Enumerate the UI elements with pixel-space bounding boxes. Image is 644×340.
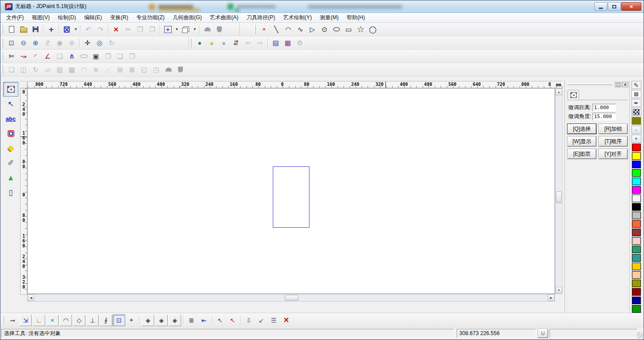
align-center-button[interactable]: ⊞ bbox=[114, 64, 126, 76]
select-list-button[interactable]: ☰ bbox=[267, 314, 280, 326]
pick-cancel-button[interactable]: ↖ bbox=[226, 314, 239, 326]
snap-arc-button[interactable]: ◠ bbox=[59, 314, 72, 326]
color-swatch-gray[interactable] bbox=[632, 212, 641, 219]
close-button[interactable]: × bbox=[621, 2, 641, 11]
toolbar-grip[interactable] bbox=[3, 316, 4, 325]
snap-perpendicular-button[interactable]: ⊥ bbox=[86, 314, 99, 326]
snap-plane-yz-button[interactable]: ◈ bbox=[169, 314, 181, 326]
fit-arc-button[interactable]: ◠ bbox=[78, 64, 90, 76]
toolbar-grip[interactable] bbox=[2, 38, 3, 47]
layer-manager-button[interactable]: ▤ bbox=[270, 37, 282, 49]
surface-dome2-button[interactable] bbox=[162, 64, 174, 76]
zoom-selection-button[interactable]: ⊚ bbox=[66, 37, 78, 49]
menu-transform[interactable]: 变换(R) bbox=[106, 13, 132, 23]
color-swatch-yellow[interactable] bbox=[632, 152, 641, 160]
copy-offset-single-button[interactable]: ❑ bbox=[114, 51, 126, 62]
menu-draw[interactable]: 绘制(D) bbox=[54, 13, 80, 23]
align-view-button[interactable]: ⇤ bbox=[198, 314, 210, 326]
unit-toggle-button[interactable]: U bbox=[538, 329, 548, 338]
select-tool[interactable] bbox=[3, 82, 18, 97]
refresh-button[interactable]: ↻ bbox=[106, 37, 118, 49]
color-swatch-peach[interactable] bbox=[632, 271, 641, 279]
color-swatch-blue[interactable] bbox=[632, 161, 641, 168]
toolbar-grip[interactable] bbox=[190, 38, 191, 47]
scroll-left-button[interactable]: ◀ bbox=[28, 294, 34, 301]
menu-professional[interactable]: 专业功能(Z) bbox=[132, 13, 169, 23]
zoom-in-button[interactable]: ⊕ bbox=[30, 37, 42, 49]
palette-scroll-down[interactable]: ▼ bbox=[631, 135, 641, 143]
draw-line-button[interactable]: ╲ bbox=[270, 24, 282, 35]
lock-button[interactable]: [R]加锁 bbox=[599, 124, 627, 134]
nudge-angle-input[interactable] bbox=[593, 113, 616, 120]
offset-region-button[interactable]: ❏ bbox=[54, 51, 66, 62]
scroll-right-button[interactable]: ▶ bbox=[548, 294, 555, 301]
nc-drill-tool[interactable]: ▯ bbox=[3, 185, 18, 200]
surface-shield2-button[interactable] bbox=[174, 64, 186, 76]
relief-cone-tool[interactable]: ▲ bbox=[3, 170, 18, 185]
extend-curve-button[interactable]: ↝ bbox=[17, 51, 30, 62]
construction-point-button[interactable]: + bbox=[45, 24, 57, 35]
group-button[interactable]: ◱ bbox=[138, 64, 150, 76]
art-fill-tool[interactable]: ◆ bbox=[3, 141, 18, 156]
nudge-distance-input[interactable] bbox=[593, 104, 616, 111]
transform-array-button[interactable]: ▦ bbox=[66, 64, 78, 76]
snap-grid-button[interactable]: ⊡ bbox=[113, 314, 125, 326]
delete-button[interactable]: × bbox=[110, 24, 122, 35]
menu-geometric-surface[interactable]: 几何曲面(G) bbox=[169, 13, 206, 23]
order-button[interactable]: [T]顺序 bbox=[599, 136, 627, 146]
undo-button[interactable]: ↶ bbox=[82, 24, 94, 35]
color-swatch-green2[interactable] bbox=[632, 305, 641, 313]
nudge-distance[interactable]: 微调距离: bbox=[568, 104, 626, 111]
h-scrollbar[interactable]: ◀ ▶ bbox=[27, 294, 555, 302]
transform-mirror-button[interactable]: ◫ bbox=[17, 64, 30, 76]
drawn-rectangle[interactable] bbox=[273, 166, 309, 228]
drawing-canvas[interactable] bbox=[27, 88, 555, 294]
titlebar[interactable]: JD 无标题 - JDPaint 5.19(设计版) × bbox=[0, 0, 644, 13]
minimize-button[interactable] bbox=[594, 2, 607, 11]
trim-curve-button[interactable]: ✄ bbox=[5, 51, 17, 62]
color-swatch-cyan[interactable] bbox=[632, 178, 641, 185]
snap-corner-button[interactable]: ∟ bbox=[33, 314, 45, 326]
toolbar-grip[interactable] bbox=[2, 65, 3, 74]
v-scrollbar[interactable]: ▲ ▼ bbox=[555, 88, 563, 294]
menu-art-surface[interactable]: 艺术曲面(A) bbox=[206, 13, 242, 23]
copy-offset-button[interactable]: ❐ bbox=[102, 51, 114, 62]
paste-button[interactable]: ❒ bbox=[146, 24, 158, 35]
color-swatch-darkred[interactable] bbox=[632, 288, 641, 296]
ungroup-button[interactable]: ◳ bbox=[150, 64, 162, 76]
attribute-table-button[interactable]: ▦ bbox=[282, 37, 294, 49]
new-file-button[interactable] bbox=[5, 24, 17, 35]
snap-midpoint-button[interactable]: ◇ bbox=[73, 314, 85, 326]
draw-spline-button[interactable]: ∿ bbox=[294, 24, 306, 35]
copy-offset-point-button[interactable]: ❒ bbox=[126, 51, 138, 62]
eraser-knife-tool[interactable]: ✐ bbox=[3, 156, 18, 170]
transform-shear-button[interactable]: ▱ bbox=[42, 64, 54, 76]
fillet-corner-button[interactable]: ◜ bbox=[30, 51, 42, 62]
transform-rotate-button[interactable]: ↻ bbox=[30, 64, 42, 76]
panel-close-button[interactable]: × bbox=[622, 82, 628, 87]
transform-stretch-button[interactable]: ▥ bbox=[54, 64, 66, 76]
color-swatch-black[interactable] bbox=[632, 203, 641, 211]
no-color-button[interactable]: ⊠ bbox=[631, 90, 641, 98]
profile-region-tool[interactable] bbox=[3, 126, 18, 141]
color-swatch-red[interactable] bbox=[632, 144, 641, 151]
display-button[interactable]: [W]显示 bbox=[568, 136, 596, 146]
toolbar-grip[interactable] bbox=[2, 52, 3, 61]
zoom-object-button[interactable]: ◉ bbox=[54, 37, 66, 49]
show-all-button[interactable]: ● bbox=[194, 37, 206, 49]
align-button[interactable]: [Y]对齐 bbox=[599, 149, 627, 159]
snap-nearest-button[interactable]: ⇲ bbox=[19, 314, 32, 326]
pattern-fill-button[interactable] bbox=[631, 108, 641, 116]
pen-color-button[interactable]: ✎ bbox=[631, 81, 641, 89]
fill-style-dropdown[interactable]: ▼ bbox=[73, 24, 79, 35]
color-swatch-teal[interactable] bbox=[632, 254, 641, 262]
node-edit-tool[interactable]: ↖ bbox=[3, 97, 18, 111]
view-cube-dropdown[interactable]: ▼ bbox=[192, 24, 198, 35]
v-scroll-thumb[interactable] bbox=[556, 191, 562, 203]
contour-offset-button[interactable]: ▣ bbox=[90, 51, 102, 62]
color-swatch-seagreen[interactable] bbox=[632, 246, 641, 253]
draw-ellipse-button[interactable] bbox=[330, 24, 343, 35]
redo-button[interactable]: ↷ bbox=[94, 24, 106, 35]
snap-intersection-button[interactable]: × bbox=[46, 314, 59, 326]
save-button[interactable] bbox=[30, 24, 42, 35]
